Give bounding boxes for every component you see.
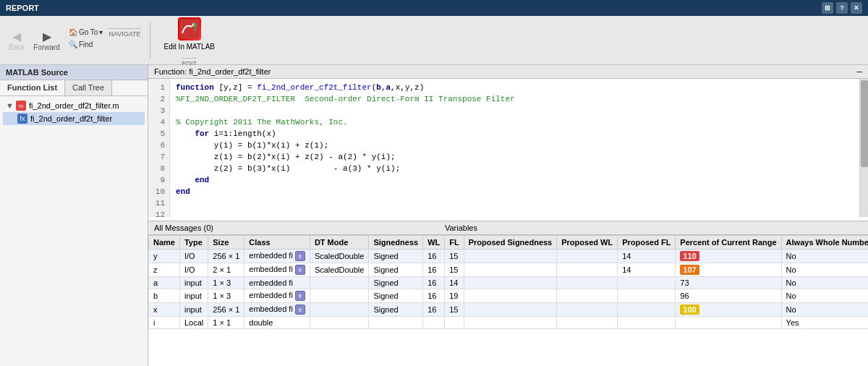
cell-percent — [676, 317, 781, 329]
table-row[interactable]: x input 256 × 1 embedded fi fi Signed 16… — [149, 303, 869, 317]
line-numbers: 123456789101112 — [148, 79, 170, 217]
cell-dt-mode — [310, 277, 369, 289]
table-row[interactable]: z I/O 2 × 1 embedded fi fi ScaledDouble … — [149, 263, 869, 277]
cell-class: embedded fi fi — [244, 263, 310, 277]
tree-item-file-label: fi_2nd_order_df2t_filter.m — [29, 101, 119, 110]
cell-prop-signed — [464, 317, 557, 329]
table-row[interactable]: b input 1 × 3 embedded fi fi Signed 16 1… — [149, 289, 869, 303]
goto-button[interactable]: 🏠 Go To ▾ — [66, 27, 106, 38]
cell-signed: Signed — [369, 250, 423, 263]
title-bar: REPORT ⊞ ? ✕ — [0, 0, 868, 16]
cell-wl: 16 — [423, 277, 445, 289]
cell-prop-signed — [464, 303, 557, 317]
m-file-icon: m — [16, 101, 26, 111]
svg-rect-0 — [179, 19, 200, 39]
col-size: Size — [208, 236, 244, 250]
back-arrow-icon: ◀ — [12, 30, 21, 43]
cell-always-whole: No — [781, 250, 868, 263]
cell-size: 256 × 1 — [208, 250, 244, 263]
col-percent: Percent of Current Range — [676, 236, 781, 250]
cell-fl: 14 — [445, 277, 464, 289]
tab-call-tree[interactable]: Call Tree — [65, 80, 112, 95]
cell-prop-wl — [557, 263, 618, 277]
table-row[interactable]: i Local 1 × 1 double Yes 1 256 — [149, 317, 869, 329]
forward-button[interactable]: ▶ Forward — [30, 27, 63, 54]
find-button[interactable]: 🔍 Find — [66, 39, 106, 50]
messages-label: All Messages (0) — [154, 224, 213, 232]
close-icon[interactable]: ✕ — [851, 2, 862, 14]
toolbar-separator-1 — [150, 22, 150, 59]
cell-prop-signed — [464, 250, 557, 263]
variables-label: Variables — [445, 224, 477, 232]
cell-percent: 96 — [676, 289, 781, 303]
cell-class: double — [244, 317, 310, 329]
col-always-whole: Always Whole Number — [781, 236, 868, 250]
cell-type: Local — [179, 317, 208, 329]
grid-icon[interactable]: ⊞ — [822, 2, 833, 14]
cell-class: embedded fi fi — [244, 303, 310, 317]
cell-prop-wl — [557, 317, 618, 329]
cell-type: I/O — [179, 250, 208, 263]
cell-always-whole: No — [781, 289, 868, 303]
edit-in-matlab-button[interactable]: Edit In MATLAB — [159, 14, 220, 55]
col-dt-mode: DT Mode — [310, 236, 369, 250]
cell-dt-mode: ScaledDouble — [310, 263, 369, 277]
code-scrollbar[interactable] — [859, 79, 868, 217]
cell-signed — [369, 317, 423, 329]
cell-name: x — [149, 303, 180, 317]
bottom-panel: All Messages (0) Variables Name Type Siz… — [148, 221, 868, 366]
cell-dt-mode — [310, 289, 369, 303]
goto-dropdown-icon: ▾ — [99, 28, 103, 36]
cell-percent: 100 — [676, 303, 781, 317]
table-row[interactable]: y I/O 256 × 1 embedded fi fi ScaledDoubl… — [149, 250, 869, 263]
cell-always-whole: Yes — [781, 317, 868, 329]
forward-arrow-icon: ▶ — [43, 30, 51, 43]
cell-wl: 16 — [423, 263, 445, 277]
cell-signed: Signed — [369, 277, 423, 289]
cell-name: a — [149, 277, 180, 289]
left-panel-tree: ▼ m fi_2nd_order_df2t_filter.m fx fi_2nd… — [0, 96, 148, 366]
left-panel-tabs: Function List Call Tree — [0, 80, 148, 96]
table-row[interactable]: a input 1 × 3 embedded fi Signed 16 14 7… — [149, 277, 869, 289]
question-icon[interactable]: ? — [836, 2, 848, 14]
cell-prop-signed — [464, 277, 557, 289]
code-lines[interactable]: function [y,z] = fi_2nd_order_cf2t_filte… — [170, 79, 859, 217]
code-content: 123456789101112 function [y,z] = fi_2nd_… — [148, 79, 868, 217]
code-collapse-icon[interactable]: ─ — [856, 67, 862, 76]
main-layout: MATLAB Source Function List Call Tree ▼ … — [0, 65, 868, 366]
title-label: REPORT — [6, 4, 39, 12]
goto-icon: 🏠 — [69, 28, 77, 36]
cell-name: b — [149, 289, 180, 303]
tab-function-list[interactable]: Function List — [0, 80, 65, 95]
back-button[interactable]: ◀ Back — [6, 27, 27, 54]
col-wl: WL — [423, 236, 445, 250]
tree-item-func-label: fi_2nd_order_df2t_filter — [30, 114, 112, 123]
toolbar: ◀ Back ▶ Forward 🏠 Go To ▾ 🔍 Find NAVIGA… — [0, 16, 868, 65]
cell-dt-mode: ScaledDouble — [310, 250, 369, 263]
tree-item-func[interactable]: fx fi_2nd_order_df2t_filter — [3, 112, 145, 125]
search-icon: 🔍 — [69, 41, 77, 48]
col-signed: Signedness — [369, 236, 423, 250]
cell-wl: 16 — [423, 250, 445, 263]
cell-prop-fl: 14 — [618, 263, 676, 277]
cell-percent: 107 — [676, 263, 781, 277]
cell-fl: 15 — [445, 250, 464, 263]
bottom-header: All Messages (0) Variables — [148, 221, 868, 235]
cell-size: 2 × 1 — [208, 263, 244, 277]
edit-group: Edit In MATLAB EDIT — [159, 14, 220, 67]
cell-prop-signed — [464, 289, 557, 303]
code-area: Function: fi_2nd_order_df2t_filter ─ 123… — [148, 65, 868, 221]
cell-name: y — [149, 250, 180, 263]
cell-type: input — [179, 303, 208, 317]
code-header-label: Function: fi_2nd_order_df2t_filter — [154, 67, 271, 76]
col-fl: FL — [445, 236, 464, 250]
cell-signed: Signed — [369, 303, 423, 317]
cell-prop-fl — [618, 317, 676, 329]
cell-class: embedded fi fi — [244, 289, 310, 303]
cell-percent: 73 — [676, 277, 781, 289]
cell-percent: 110 — [676, 250, 781, 263]
tree-item-file[interactable]: ▼ m fi_2nd_order_df2t_filter.m — [3, 99, 145, 112]
cell-signed: Signed — [369, 263, 423, 277]
cell-prop-wl — [557, 289, 618, 303]
variables-table[interactable]: Name Type Size Class DT Mode Signedness … — [148, 235, 868, 366]
